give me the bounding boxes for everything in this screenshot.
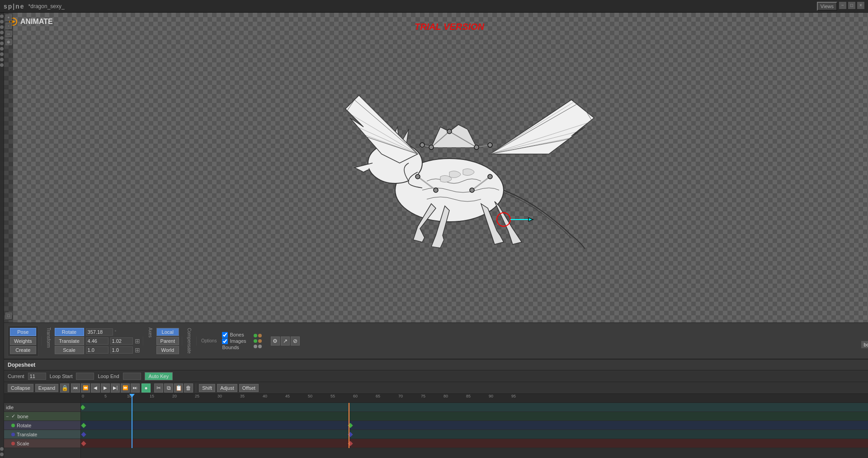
shift-button[interactable]: Shift	[199, 384, 215, 392]
images-option-row: Images	[222, 338, 246, 344]
sep-4	[196, 336, 197, 346]
loop-end-input[interactable]	[123, 373, 141, 380]
vp-tool-2[interactable]: -	[5, 23, 12, 29]
rotate-button[interactable]: Rotate	[55, 328, 84, 336]
toolbar-icon-2[interactable]: ↗	[281, 336, 290, 346]
track-row-bone[interactable]: − ✓ bone	[4, 412, 80, 421]
bounds-option-row: Bounds	[222, 345, 246, 350]
translate-button[interactable]: Translate	[55, 337, 84, 345]
vp-tool-1[interactable]: +	[5, 14, 12, 21]
timeline-idle-track[interactable]	[81, 403, 868, 412]
prev-key-button[interactable]: ◀	[91, 383, 100, 393]
minimize-button[interactable]: −	[839, 2, 846, 9]
images-checkbox[interactable]	[222, 338, 228, 344]
next-key-button[interactable]: ▶|	[111, 383, 120, 393]
axes-section: Local Parent World	[156, 328, 179, 354]
toolbar-icon-3[interactable]: ⊘	[291, 336, 300, 346]
translate-y-input[interactable]	[110, 337, 133, 345]
left-tool-6[interactable]	[0, 42, 4, 45]
pose-button[interactable]: Pose	[10, 328, 36, 336]
translate-dot	[11, 433, 15, 436]
left-tool-5[interactable]	[0, 36, 4, 40]
dopesheet-expand-button[interactable]: Expand	[35, 384, 58, 392]
left-tool-8[interactable]	[0, 52, 4, 56]
world-button[interactable]: World	[156, 346, 179, 354]
local-button[interactable]: Local	[156, 328, 179, 336]
left-tool-9[interactable]	[0, 58, 4, 61]
ruler-0: 0	[82, 394, 84, 398]
lock-button[interactable]: 🔒	[60, 383, 69, 393]
ds-edit-2[interactable]: ⧉	[164, 383, 173, 393]
left-tool-3[interactable]	[0, 25, 4, 29]
left-tool-7[interactable]	[0, 47, 4, 51]
adjust-button[interactable]: Adjust	[217, 384, 237, 392]
left-tool-2[interactable]	[0, 20, 4, 23]
next-frame-button[interactable]: ⏩	[121, 383, 130, 393]
loop-start-input[interactable]	[76, 373, 94, 380]
prev-start-button[interactable]: ⏮	[71, 383, 80, 393]
left-tool-10[interactable]	[0, 63, 4, 67]
app-logo: sp|ne	[4, 3, 25, 10]
offset-button[interactable]: Offset	[239, 384, 259, 392]
timeline-bone-track[interactable]	[81, 412, 868, 421]
scale-y-input[interactable]	[110, 346, 133, 354]
next-end-button[interactable]: ⏭	[131, 383, 140, 393]
current-input[interactable]	[28, 373, 46, 380]
viewport[interactable]: ANIMATE TRIAL VERSION	[4, 13, 868, 322]
left-tool-4[interactable]	[0, 31, 4, 34]
rotate-kf-0	[81, 423, 86, 428]
scale-button[interactable]: Scale	[55, 346, 84, 354]
left-tool-bottom-1[interactable]	[0, 447, 4, 451]
create-button[interactable]: Create	[10, 346, 36, 354]
scale-x-input[interactable]	[86, 346, 108, 354]
track-rotate-label: Rotate	[17, 423, 31, 428]
rotate-dot	[11, 424, 15, 427]
record-button[interactable]: ●	[142, 383, 151, 393]
ruler-50: 50	[308, 394, 312, 398]
ruler-45: 45	[285, 394, 290, 398]
left-tool-1[interactable]	[0, 14, 4, 18]
parent-button[interactable]: Parent	[156, 337, 179, 345]
dopesheet-collapse-button[interactable]: Collapse	[8, 384, 33, 392]
track-row-scale[interactable]: Scale	[4, 439, 80, 448]
track-bone-expand[interactable]: −	[6, 414, 9, 419]
scale-link-icon[interactable]: ⊞	[135, 346, 140, 354]
app-title: *dragon_sexy_	[28, 3, 65, 9]
timeline-scale-track[interactable]	[81, 439, 868, 448]
views-button[interactable]: Views	[817, 2, 837, 11]
svg-point-12	[470, 188, 474, 192]
bone-name-tag: bone	[861, 341, 868, 348]
images-dot-green	[254, 339, 257, 343]
vp-tool-3[interactable]: ↔	[5, 31, 12, 37]
ruler-20: 20	[172, 394, 177, 398]
play-button[interactable]: ▶	[101, 383, 110, 393]
auto-key-button[interactable]: Auto Key	[145, 372, 173, 380]
ruler-90: 90	[489, 394, 493, 398]
vp-tool-4[interactable]: ⊕	[5, 39, 12, 45]
translate-link-icon[interactable]: ⊞	[135, 337, 140, 345]
track-row-rotate[interactable]: Rotate	[4, 421, 80, 430]
toolbar-icon-1[interactable]: ⚙	[271, 336, 280, 346]
track-row-idle[interactable]: idle	[4, 403, 80, 412]
bones-checkbox[interactable]	[222, 332, 228, 338]
close-button[interactable]: ×	[857, 2, 864, 9]
ds-edit-4[interactable]: 🗑	[184, 383, 193, 393]
ds-edit-1[interactable]: ✂	[154, 383, 163, 393]
track-row-translate[interactable]: Translate	[4, 430, 80, 439]
ruler-60: 60	[353, 394, 358, 398]
rotate-value-input[interactable]	[86, 328, 113, 336]
dopesheet-timeline[interactable]: 0 5 10 15 20 25 30 35 40 45 50 55 60 65	[81, 394, 868, 458]
left-tool-bottom-2[interactable]	[0, 453, 4, 456]
translate-x-input[interactable]	[86, 337, 108, 345]
timeline-translate-track[interactable]	[81, 430, 868, 439]
vp-tool-bottom[interactable]: □	[5, 313, 12, 319]
scale-dot	[11, 442, 15, 445]
prev-frame-button[interactable]: ⏪	[81, 383, 90, 393]
ruler-70: 70	[398, 394, 403, 398]
svg-point-9	[434, 188, 438, 192]
weights-button[interactable]: Weights	[10, 337, 36, 345]
ds-edit-3[interactable]: 📋	[174, 383, 183, 393]
maximize-button[interactable]: □	[848, 2, 855, 9]
timeline-rotate-track[interactable]	[81, 421, 868, 430]
ruler-55: 55	[330, 394, 335, 398]
